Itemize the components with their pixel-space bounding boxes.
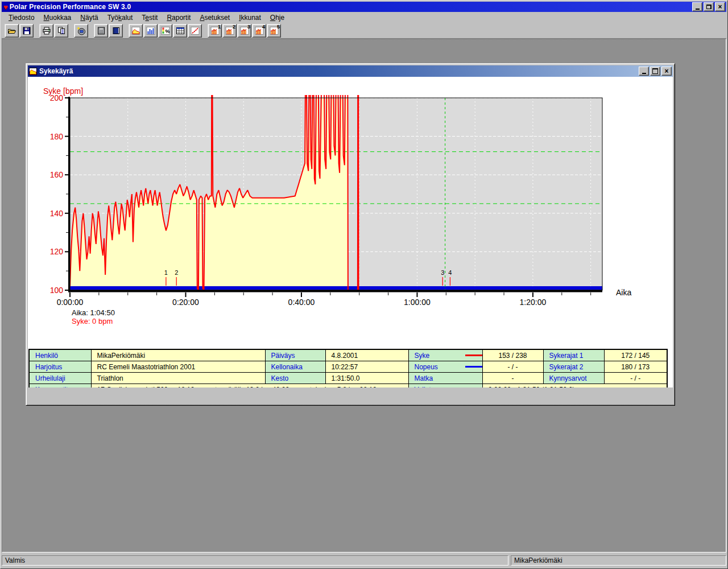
scatter-chart-icon (191, 26, 200, 35)
svg-text:1:00:00: 1:00:00 (404, 298, 431, 307)
table-row: Harjoitus RC Eemeli Maastotriathlon 2001… (29, 361, 667, 373)
curve-chart-icon (131, 26, 140, 35)
svg-text:0:20:00: 0:20:00 (172, 298, 199, 307)
table-view-button[interactable] (173, 24, 187, 38)
hrm-transfer-button[interactable] (74, 24, 88, 38)
open-folder-icon (7, 26, 16, 35)
status-person: MikaPerkiömäki (511, 555, 726, 566)
value-sykerajat2: 180 / 173 (604, 361, 667, 373)
print-button[interactable] (39, 24, 53, 38)
svg-text:100: 100 (50, 286, 64, 295)
analysis-3-button[interactable]: 3 (237, 24, 251, 38)
analysis-number: 4 (262, 24, 265, 30)
heart-rate-chart[interactable]: 12341001201401601802000:00:000:20:000:40… (28, 77, 667, 348)
calculator-icon (97, 26, 106, 35)
analysis-4-button[interactable]: 4 (252, 24, 266, 38)
app-heart-icon: ♥ (3, 3, 8, 11)
svg-text:0:40:00: 0:40:00 (288, 298, 315, 307)
child-maximize-button[interactable] (650, 67, 660, 76)
svg-text:%: % (165, 28, 169, 34)
value-harjoitus: RC Eemeli Maastotriathlon 2001 (91, 361, 265, 373)
copy-button[interactable] (54, 24, 68, 38)
child-close-button[interactable]: × (661, 67, 672, 76)
value-matka: - (482, 373, 543, 384)
copy-icon (57, 26, 66, 35)
menu-tiedosto[interactable]: Tiedosto (4, 13, 39, 23)
svg-text:1:20:00: 1:20:00 (520, 298, 547, 307)
value-paivays: 4.8.2001 (325, 349, 408, 361)
svg-text:180: 180 (50, 132, 64, 141)
label-valinta: Valinta (408, 384, 482, 388)
analysis-5-button[interactable]: 5 (267, 24, 281, 38)
sykekayra-client: 12341001201401601802000:00:000:20:000:40… (28, 77, 673, 387)
value-henkilo: MikaPerkiömäki (91, 349, 265, 361)
mdi-workspace: Sykekäyrä × (2, 39, 726, 552)
analysis-1-button[interactable]: 1 (208, 24, 222, 38)
label-harjoitus: Harjoitus (29, 361, 91, 373)
svg-text:Syke [bpm]: Syke [bpm] (43, 86, 83, 96)
bar-view-button[interactable] (143, 24, 158, 38)
menu-testit[interactable]: Testit (137, 13, 162, 23)
child-minimize-button[interactable] (639, 67, 649, 76)
menu-raportit[interactable]: Raportit (162, 13, 195, 23)
label-sykerajat1: Sykerajat 1 (543, 349, 604, 361)
menu-asetukset[interactable]: Asetukset (195, 13, 234, 23)
restore-icon (706, 5, 712, 9)
label-paivays: Päiväys (265, 349, 325, 361)
analysis-number: 2 (233, 24, 235, 30)
heart-rate-monitor-icon (77, 26, 86, 35)
close-icon: × (664, 68, 668, 75)
value-kommentit: 17 C, pilvinen, uinti 500 m 16.19, maast… (91, 384, 408, 388)
svg-text:120: 120 (50, 247, 64, 256)
percent-view-button[interactable]: % (158, 24, 172, 38)
scatter-view-button[interactable] (188, 24, 202, 38)
toolbar: % 1 2 3 4 5 (2, 23, 726, 39)
svg-text:2: 2 (175, 269, 178, 276)
book-icon (111, 26, 121, 35)
label-kesto: Kesto (265, 373, 325, 384)
sykekayra-window[interactable]: Sykekäyrä × (26, 63, 675, 406)
sykekayra-title: Sykekäyrä (39, 67, 73, 75)
value-kellonaika: 10:22:57 (325, 361, 408, 373)
label-syke: Syke (408, 349, 482, 361)
analysis-number: 3 (247, 24, 250, 30)
analysis-2-button[interactable]: 2 (222, 24, 237, 38)
curve-view-button[interactable] (129, 24, 143, 38)
menu-muokkaa[interactable]: Muokkaa (39, 13, 76, 23)
minimize-icon (696, 9, 700, 10)
analysis-number: 1 (218, 24, 221, 30)
open-button[interactable] (5, 24, 19, 38)
label-urheilulaji: Urheilulaji (29, 373, 91, 384)
close-icon: × (718, 3, 722, 10)
percent-chart-icon: % (161, 26, 170, 35)
diary-button[interactable] (109, 24, 123, 38)
table-row: Henkilö MikaPerkiömäki Päiväys 4.8.2001 … (29, 349, 667, 361)
svg-text:4: 4 (448, 269, 452, 276)
menu-bar: Tiedosto Muokkaa Näytä Työkalut Testit R… (2, 12, 726, 23)
analysis-number: 5 (277, 24, 280, 30)
svg-text:0:00:00: 0:00:00 (57, 298, 84, 307)
menu-tyokalut[interactable]: Työkalut (103, 13, 138, 23)
label-matka: Matka (408, 373, 482, 384)
value-nopeus: - / - (482, 361, 543, 373)
restore-button[interactable] (704, 2, 714, 11)
value-kynnysarvot: - / - (604, 373, 667, 384)
menu-nayta[interactable]: Näytä (76, 13, 102, 23)
svg-text:160: 160 (50, 170, 64, 179)
close-button[interactable]: × (715, 2, 725, 11)
menu-ikkunat[interactable]: Ikkunat (234, 13, 266, 23)
app-title: Polar Precision Performance SW 3.0 (10, 3, 131, 11)
minimize-button[interactable] (692, 2, 702, 11)
sykekayra-titlebar[interactable]: Sykekäyrä × (28, 65, 673, 77)
main-titlebar[interactable]: ♥ Polar Precision Performance SW 3.0 × (2, 2, 726, 12)
menu-ohje[interactable]: Ohje (266, 13, 289, 23)
minimize-icon (642, 73, 646, 74)
calculator-button[interactable] (94, 24, 108, 38)
label-henkilo: Henkilö (29, 349, 91, 361)
value-sykerajat1: 172 / 145 (604, 349, 667, 361)
value-urheilulaji: Triathlon (91, 373, 265, 384)
value-syke: 153 / 238 (482, 349, 543, 361)
save-button[interactable] (19, 24, 34, 38)
svg-text:3: 3 (441, 269, 444, 276)
status-message: Valmis (2, 555, 508, 566)
